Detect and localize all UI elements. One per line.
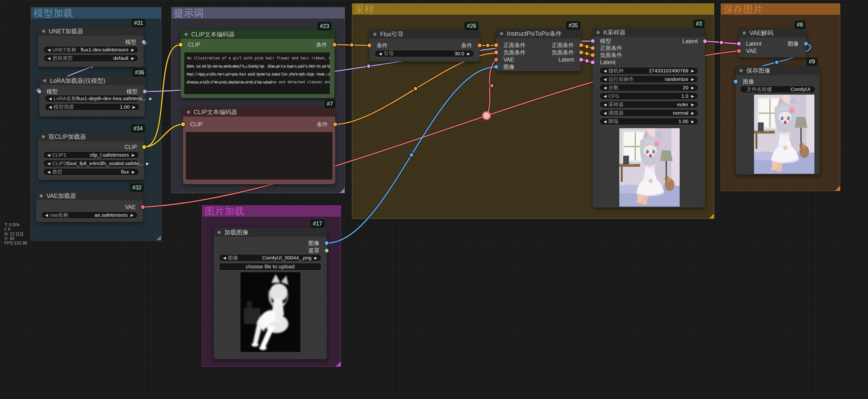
node-graph-canvas[interactable]: 模型加载 提示词 图片加载 采样 保存图片	[0, 0, 868, 399]
group-resize-handle[interactable]	[336, 362, 341, 366]
collapse-dot-icon[interactable]	[740, 69, 743, 72]
collapse-dot-icon[interactable]	[500, 32, 503, 35]
output-slot-positive[interactable]: 正面条件	[550, 42, 581, 48]
node-ksampler[interactable]: K采样器 模型 正面条件 负面条件 Latent Latent 随机种 2743…	[593, 28, 705, 208]
wire-cond-pos-to-fluxguidance[interactable]	[334, 45, 369, 45]
decrement-arrow-icon[interactable]	[603, 94, 608, 98]
input-slot-clip[interactable]: CLIP	[183, 121, 205, 127]
widget-scheduler[interactable]: 调度器 normal	[599, 109, 698, 117]
node-title-bar[interactable]: VAE加载器	[36, 191, 143, 201]
widget-filename-prefix[interactable]: 文件名前缀 ComfyUI	[740, 86, 815, 93]
group-sampling-header[interactable]: 采样	[352, 4, 714, 15]
increment-arrow-icon[interactable]	[313, 256, 318, 260]
collapse-dot-icon[interactable]	[743, 31, 746, 34]
increment-arrow-icon[interactable]	[131, 170, 136, 174]
increment-arrow-icon[interactable]	[148, 96, 153, 101]
input-slot-clip[interactable]: CLIP	[181, 42, 202, 48]
node-title-bar[interactable]: 保存图像	[736, 66, 820, 75]
slot-dot-conditioning[interactable]	[494, 50, 499, 55]
output-slot-image[interactable]: 图像	[306, 240, 327, 246]
slot-dot-latent[interactable]	[579, 57, 584, 62]
decrement-arrow-icon[interactable]	[46, 161, 51, 166]
collapse-dot-icon[interactable]	[184, 33, 188, 36]
input-slot-positive[interactable]: 正面条件	[496, 42, 528, 48]
decrement-arrow-icon[interactable]	[603, 102, 608, 107]
collapse-dot-icon[interactable]	[43, 79, 46, 82]
output-slot-model[interactable]: 模型	[123, 39, 144, 45]
slot-dot-latent[interactable]	[703, 39, 707, 44]
decrement-arrow-icon[interactable]	[222, 256, 227, 260]
increment-arrow-icon[interactable]	[132, 105, 136, 109]
slot-dot-vae[interactable]	[141, 205, 145, 210]
node-title-bar[interactable]: VAE解码	[739, 28, 806, 37]
node-lora-loader[interactable]: LoRA加载器(仅模型) 模型 模型 LoRA名称 flux1-depth-de…	[39, 76, 145, 117]
slot-dot-image[interactable]	[494, 64, 499, 69]
node-title-bar[interactable]: InstructPixToPix条件	[496, 29, 581, 38]
widget-denoise[interactable]: 降噪 1.00	[599, 118, 698, 125]
decrement-arrow-icon[interactable]	[603, 86, 608, 90]
decrement-arrow-icon[interactable]	[603, 77, 608, 82]
increment-arrow-icon[interactable]	[130, 48, 135, 52]
slot-dot-conditioning[interactable]	[590, 45, 595, 51]
input-slot-negative[interactable]: 负面条件	[593, 52, 624, 58]
decrement-arrow-icon[interactable]	[46, 170, 51, 174]
slot-dot-conditioning[interactable]	[590, 53, 595, 57]
slot-dot-image[interactable]	[804, 41, 808, 46]
increment-arrow-icon[interactable]	[690, 102, 695, 107]
increment-arrow-icon[interactable]	[130, 213, 134, 217]
group-image-load-header[interactable]: 图片加载	[202, 206, 341, 217]
input-slot-conditioning[interactable]: 条件	[369, 42, 390, 48]
collapse-dot-icon[interactable]	[187, 111, 190, 114]
decrement-arrow-icon[interactable]	[48, 96, 53, 101]
collapse-dot-icon[interactable]	[40, 194, 43, 197]
prompt-text-area[interactable]	[186, 132, 333, 180]
output-slot-negative[interactable]: 负面条件	[550, 50, 581, 55]
increment-arrow-icon[interactable]	[690, 119, 695, 124]
input-slot-vae[interactable]: VAE	[496, 57, 516, 63]
widget-sampler-name[interactable]: 采样器 euler	[599, 101, 698, 108]
widget-clip1[interactable]: CLIP1 clip_l.safetensors	[43, 151, 139, 159]
output-slot-image[interactable]: 图像	[786, 41, 806, 47]
group-model-load-header[interactable]: 模型加载	[31, 7, 161, 19]
node-vae-decode[interactable]: VAE解码 Latent VAE 图像	[739, 28, 806, 57]
widget-guidance[interactable]: 引导 30.0	[375, 50, 474, 57]
slot-dot-clip[interactable]	[142, 145, 147, 149]
widget-unet-name[interactable]: UNET名称 flux1-dev.safetensors	[43, 46, 138, 53]
decrement-arrow-icon[interactable]	[46, 56, 52, 61]
input-slot-positive[interactable]: 正面条件	[593, 45, 624, 51]
node-title-bar[interactable]: CLIP文本编码器	[181, 30, 334, 39]
node-dual-clip-loader[interactable]: 双CLIP加载器 CLIP CLIP1 clip_l.safetensors C…	[38, 132, 144, 180]
increment-arrow-icon[interactable]	[466, 52, 471, 56]
group-resize-handle[interactable]	[340, 188, 345, 193]
node-title-bar[interactable]: Flux引导	[369, 29, 479, 39]
slot-dot-latent[interactable]	[590, 60, 595, 65]
collapse-dot-icon[interactable]	[42, 30, 45, 33]
output-slot-model[interactable]: 模型	[125, 89, 145, 94]
slot-dot-model[interactable]	[141, 39, 146, 44]
choose-file-button[interactable]: choose file to upload	[219, 263, 321, 271]
decrement-arrow-icon[interactable]	[46, 153, 51, 157]
node-clip-text-encode-negative[interactable]: CLIP文本编码器 CLIP 条件	[183, 108, 335, 184]
widget-control-after-generate[interactable]: 运行后操作 randomize	[599, 75, 698, 83]
output-slot-mask[interactable]: 遮罩	[306, 248, 327, 253]
input-slot-latent[interactable]: Latent	[593, 59, 617, 65]
node-title-bar[interactable]: UNET加载器	[38, 27, 144, 36]
output-slot-conditioning[interactable]: 条件	[459, 42, 479, 48]
input-slot-model[interactable]: 模型	[39, 89, 60, 94]
widget-clip2[interactable]: CLIP2 t5xxl_fp8_e4m3fn_scaled.safete...	[43, 160, 139, 167]
slot-dot-conditioning[interactable]	[579, 50, 584, 55]
input-slot-image[interactable]: 图像	[736, 79, 756, 85]
slot-dot-model[interactable]	[143, 89, 147, 94]
node-title-bar[interactable]: LoRA加载器(仅模型)	[39, 76, 145, 85]
output-slot-vae[interactable]: VAE	[123, 204, 143, 210]
increment-arrow-icon[interactable]	[690, 94, 695, 98]
output-slot-latent[interactable]: Latent	[557, 57, 581, 63]
output-slot-clip[interactable]: CLIP	[123, 144, 144, 150]
widget-seed[interactable]: 随机种 27433102490769	[599, 67, 698, 74]
prompt-text-area[interactable]: An illustration of a girl with pink hair…	[184, 52, 330, 94]
slot-dot-clip[interactable]	[181, 122, 185, 127]
collapse-dot-icon[interactable]	[218, 231, 221, 234]
slot-dot-model[interactable]	[590, 39, 595, 43]
decrement-arrow-icon[interactable]	[603, 111, 608, 115]
group-resize-handle[interactable]	[835, 186, 840, 191]
